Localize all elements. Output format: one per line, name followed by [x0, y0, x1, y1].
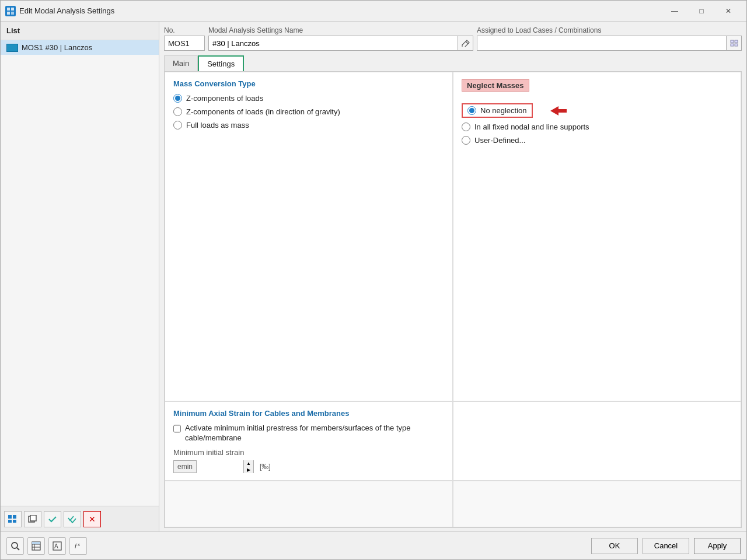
main-window: Edit Modal Analysis Settings — □ ✕ List …: [0, 0, 747, 560]
radio-user-defined-label: User-Defined...: [474, 136, 525, 145]
list-item-icon: [6, 44, 18, 52]
new-item-button[interactable]: [4, 511, 22, 527]
delete-button[interactable]: ✕: [83, 511, 101, 527]
bottom-left-empty: [165, 481, 453, 527]
tab-body: Mass Conversion Type Z-components of loa…: [164, 71, 742, 528]
spin-up-button[interactable]: ▲: [244, 460, 253, 467]
window-title: Edit Modal Analysis Settings: [19, 6, 658, 15]
minimize-button[interactable]: —: [661, 2, 688, 20]
activate-prestress-item[interactable]: Activate minimum initial prestress for m…: [173, 424, 444, 443]
min-strain-label: Minimum initial strain: [173, 448, 444, 457]
radio-z-gravity-label: Z-components of loads (in direction of g…: [186, 107, 340, 116]
header-row: No. MOS1 Modal Analysis Settings Name As…: [164, 25, 742, 52]
radio-fixed-nodal-input[interactable]: [462, 123, 470, 131]
window-controls: — □ ✕: [661, 2, 742, 20]
name-edit-button[interactable]: [458, 36, 473, 50]
name-cell: Modal Analysis Settings Name: [208, 25, 473, 52]
activate-prestress-label: Activate minimum initial prestress for m…: [185, 424, 444, 443]
spin-right-button[interactable]: ▶: [244, 467, 253, 473]
svg-text:A: A: [54, 543, 58, 550]
neglect-masses-title: Neglect Masses: [462, 79, 529, 92]
app-icon: [5, 6, 16, 16]
cancel-button[interactable]: Cancel: [643, 538, 689, 554]
unit-label: [‰]: [257, 463, 273, 471]
mass-conversion-panel: Mass Conversion Type Z-components of loa…: [165, 72, 453, 401]
formula-button[interactable]: fx: [69, 537, 87, 555]
neglect-options: No neglection: [462, 103, 732, 145]
title-bar: Edit Modal Analysis Settings — □ ✕: [1, 1, 746, 22]
svg-rect-2: [7, 12, 10, 15]
no-label: No.: [164, 26, 205, 34]
radio-z-components-input[interactable]: [173, 94, 182, 103]
radio-user-defined-input[interactable]: [462, 136, 470, 145]
radio-z-components[interactable]: Z-components of loads: [173, 94, 444, 103]
annotation-arrow: [537, 104, 567, 118]
svg-rect-13: [731, 44, 734, 46]
svg-point-17: [12, 542, 18, 548]
tab-main[interactable]: Main: [164, 55, 198, 71]
svg-rect-7: [13, 520, 16, 523]
name-label: Modal Analysis Settings Name: [208, 26, 473, 34]
svg-rect-11: [731, 40, 734, 43]
sidebar-header: List: [1, 22, 159, 40]
activate-prestress-checkbox[interactable]: [173, 425, 181, 433]
no-cell: No. MOS1: [164, 25, 205, 52]
radio-z-gravity[interactable]: Z-components of loads (in direction of g…: [173, 107, 444, 116]
svg-line-10: [466, 41, 468, 44]
svg-rect-9: [30, 515, 36, 521]
name-input-wrapper: [208, 36, 473, 51]
radio-z-gravity-input[interactable]: [173, 107, 182, 116]
svg-text:f: f: [75, 542, 77, 550]
close-button[interactable]: ✕: [715, 2, 742, 20]
main-content: List MOS1 #30 | Lanczos: [1, 22, 746, 531]
bottom-left-tools: A fx: [6, 537, 87, 555]
maximize-button[interactable]: □: [688, 2, 715, 20]
radio-full-loads-input[interactable]: [173, 121, 182, 130]
copy-item-button[interactable]: [24, 511, 41, 527]
svg-rect-14: [735, 44, 738, 46]
e-min-label: emin: [174, 461, 197, 473]
check-all-button[interactable]: [64, 511, 81, 527]
sidebar-item-mos1[interactable]: MOS1 #30 | Lanczos: [1, 40, 159, 55]
radio-no-neglection-label: No neglection: [480, 106, 527, 115]
radio-no-neglection-input[interactable]: [467, 106, 476, 115]
ok-button[interactable]: OK: [591, 538, 638, 554]
axial-title: Minimum Axial Strain for Cables and Memb…: [173, 409, 444, 418]
text-button[interactable]: A: [48, 537, 66, 555]
radio-fixed-nodal-label: In all fixed nodal and line supports: [474, 123, 589, 131]
radio-no-neglection-wrapper[interactable]: No neglection: [462, 103, 732, 118]
radio-full-loads-label: Full loads as mass: [186, 121, 249, 130]
apply-button[interactable]: Apply: [694, 538, 741, 554]
radio-full-loads[interactable]: Full loads as mass: [173, 121, 444, 130]
neglect-masses-panel: Neglect Masses No neglection: [453, 72, 741, 401]
svg-rect-4: [8, 515, 12, 519]
assigned-input-wrapper: [477, 36, 742, 51]
spin-buttons: ▲ ▶: [243, 460, 253, 473]
table-button[interactable]: [27, 537, 45, 555]
no-neglection-box: No neglection: [462, 103, 533, 118]
assigned-value: [477, 36, 726, 50]
axial-right-empty: [453, 401, 741, 481]
check-button[interactable]: [44, 511, 61, 527]
svg-rect-6: [8, 520, 12, 523]
bottom-bar: A fx OK Cancel Apply: [1, 531, 746, 559]
sidebar-footer: ✕: [1, 506, 159, 531]
svg-line-18: [17, 548, 19, 550]
radio-fixed-nodal[interactable]: In all fixed nodal and line supports: [462, 123, 732, 131]
svg-rect-3: [11, 12, 14, 15]
svg-marker-15: [550, 106, 567, 116]
bottom-right-empty: [453, 481, 741, 527]
mass-conversion-title: Mass Conversion Type: [173, 79, 444, 88]
radio-user-defined[interactable]: User-Defined...: [462, 136, 732, 145]
name-input[interactable]: [209, 38, 458, 49]
search-button[interactable]: [6, 537, 24, 555]
e-min-input[interactable]: [197, 460, 243, 473]
sidebar-list: MOS1 #30 | Lanczos: [1, 40, 159, 506]
assigned-edit-button[interactable]: [726, 36, 741, 50]
sidebar: List MOS1 #30 | Lanczos: [1, 22, 159, 531]
neglect-title-wrapper: Neglect Masses: [462, 79, 732, 97]
tab-settings[interactable]: Settings: [198, 55, 244, 71]
svg-rect-23: [32, 542, 40, 544]
assigned-cell: Assigned to Load Cases / Combinations: [477, 25, 742, 52]
content-area: No. MOS1 Modal Analysis Settings Name As…: [159, 22, 746, 531]
